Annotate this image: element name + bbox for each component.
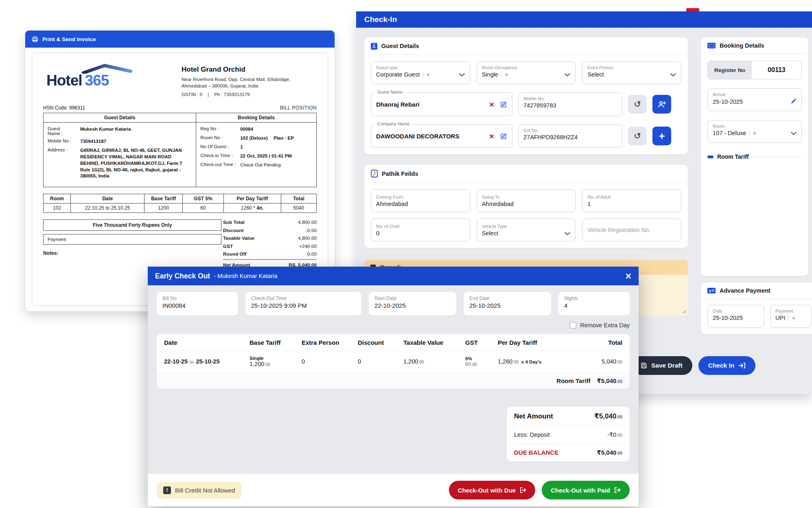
hotel-gstin: GSTIN : 0: [182, 92, 202, 97]
guest-type-clear-icon[interactable]: ×: [427, 72, 430, 78]
room-occupancy-clear-icon[interactable]: ×: [505, 72, 508, 78]
mobile-no-value: 7427859783: [523, 102, 556, 109]
checkout-with-paid-button[interactable]: Check-Out with Paid: [542, 481, 630, 499]
no-of-guest-label: No Of Guest :: [200, 144, 240, 151]
guest-booking-table: Guest Details Guest Name : Mukesh Kumar …: [43, 113, 317, 187]
going-to-field[interactable]: Going To Ahmedabad: [477, 189, 576, 212]
room-clear-icon[interactable]: ×: [753, 130, 756, 136]
guest-address-value: GIRIRAJ, GIRIRAJ, BL NO-46, GEET, GUNJAN…: [80, 147, 192, 180]
due-balance-value: ₹5,040.00: [597, 449, 622, 456]
payment-mode-select[interactable]: Payment UPI ×: [770, 305, 812, 328]
person-add-icon: [657, 100, 666, 108]
save-icon: [641, 362, 647, 369]
bill-no-field[interactable]: Bill No IN00084: [157, 292, 238, 315]
end-date-field[interactable]: End Date 25-10-2025: [464, 292, 551, 315]
col-perday: Per Day Tariff: [223, 194, 281, 204]
cell-total: 5040: [281, 204, 316, 213]
nights-field[interactable]: Nights 4: [558, 292, 630, 315]
checkout-time-field[interactable]: Check-Out Time 25-10-2025 9:09 PM: [245, 292, 361, 315]
booking-card-title: Booking Details: [720, 42, 764, 49]
add-guest-button[interactable]: [652, 95, 671, 114]
start-date-field[interactable]: Start Date 22-10-2025: [369, 292, 456, 315]
guest-name-edit-icon[interactable]: [500, 101, 507, 108]
advance-payment-title: Advance Payment: [720, 287, 770, 294]
hotel-address-line2: Ahmedabad – 380006, Gujarat, India: [182, 83, 317, 89]
hotel365-logo: Hotel 365: [46, 64, 109, 96]
room-select[interactable]: Room 107 - Deluxe ×: [707, 120, 802, 143]
cell-perday: 1260 * 4n.: [223, 204, 281, 213]
due-balance-label: DUE BALANCE: [514, 449, 558, 456]
guest-details-card: Guest Details Guest type Corporate Guest…: [364, 37, 688, 154]
vehicle-registration-input[interactable]: Vehicle Registration No.: [582, 219, 681, 241]
gst-value: +240.00: [299, 243, 317, 249]
booking-details-header: Booking Details: [196, 113, 316, 123]
no-of-adult-field[interactable]: No. of Adult 1: [582, 189, 681, 212]
advance-date-field[interactable]: Date 25-10-2025: [707, 305, 764, 328]
check-in-button[interactable]: Check In: [698, 356, 756, 375]
col-base: Base Tariff: [144, 194, 183, 204]
modal-guest-name: - Mukesh Kumar Kataria: [214, 273, 277, 279]
room-no-value: 102 (Deluxe): [240, 135, 268, 142]
discount-value: -0.00: [306, 228, 317, 233]
mobile-no-field[interactable]: Mobile No. 7427859783: [518, 92, 622, 116]
col-date: Date: [71, 194, 144, 204]
red-badge-fragment: [686, 8, 699, 11]
pencil-icon[interactable]: [790, 98, 797, 105]
guest-mobile-label: Mobile No :: [48, 138, 80, 145]
svg-text:$: $: [709, 289, 711, 293]
close-icon[interactable]: ×: [625, 271, 631, 281]
modal-titlebar: Early Check Out - Mukesh Kumar Kataria ×: [148, 267, 639, 285]
extra-person-value: Select: [587, 71, 604, 78]
reg-no-value: 00084: [240, 126, 253, 133]
extra-person-select[interactable]: Extra Person Select: [582, 61, 681, 84]
guest-history-button[interactable]: ↺: [628, 95, 647, 114]
coming-from-field[interactable]: Coming From Ahmedabad: [371, 189, 470, 212]
checkout-time-value: Check Out Pending: [240, 162, 281, 169]
checkin-header-bar: Check-In: [356, 11, 812, 28]
invoice-titlebar: Print & Send Invoice: [25, 31, 335, 48]
checkout-with-due-button[interactable]: Check-Out with Due: [449, 481, 536, 499]
room-value: 107 - Deluxe: [713, 130, 746, 136]
vehicle-type-select[interactable]: Vehicle Type Select: [477, 219, 576, 241]
remove-extra-day-checkbox[interactable]: [570, 322, 576, 328]
company-edit-icon[interactable]: [500, 133, 507, 140]
company-history-button[interactable]: ↺: [628, 127, 647, 145]
resize-handle-icon[interactable]: [682, 308, 686, 315]
roundoff-value: 0.00: [307, 251, 317, 257]
guest-name-clear-icon[interactable]: ×: [489, 100, 494, 109]
col-gst: GST 5%: [183, 194, 224, 204]
discount-label: Discount: [223, 228, 243, 233]
arrival-field[interactable]: Arrival 25-10-2025: [707, 88, 802, 111]
advance-payment-card: $ Advance Payment Date 25-10-2025 Paymen…: [701, 282, 812, 334]
pathik-card-title: Pathik Feilds: [382, 171, 418, 177]
guest-name-field[interactable]: Guest Name Dhanraj Rebari ×: [371, 92, 512, 116]
guest-details-header: Guest Details: [44, 113, 196, 123]
advance-date-value: 25-10-2025: [713, 315, 743, 321]
register-no-value[interactable]: 00113: [752, 61, 801, 79]
save-draft-button[interactable]: Save Draft: [631, 356, 692, 375]
chevron-down-icon: [459, 71, 465, 78]
room-occupancy-select[interactable]: Room Occupancy Single ×: [477, 61, 576, 84]
alert-icon: !: [163, 486, 171, 494]
printer-icon: [32, 36, 38, 42]
add-company-button[interactable]: +: [652, 127, 671, 145]
company-clear-icon[interactable]: ×: [489, 132, 494, 140]
logo-roof-icon: [81, 64, 133, 75]
gst-no-field[interactable]: Gst No. 27AFHPD9268H2Z4: [518, 124, 622, 148]
going-to-value: Ahmedabad: [482, 201, 514, 207]
net-amount-label: Net Amount: [514, 412, 553, 420]
company-name-field[interactable]: Company Name DAWOODANI DECORATORS ×: [371, 124, 512, 148]
payment-clear-icon[interactable]: ×: [792, 315, 795, 321]
no-of-adult-value: 1: [587, 201, 591, 207]
end-date-value: 25-10-2025: [469, 302, 545, 309]
no-of-child-field[interactable]: No. of Child 0: [371, 219, 470, 241]
money-icon: $: [707, 288, 716, 293]
history-icon: ↺: [634, 131, 641, 141]
less-deposit-label: Less: Deposit: [514, 431, 550, 438]
col-room: Room: [44, 194, 71, 204]
guest-type-select[interactable]: Guest type Corporate Guest ×: [371, 61, 470, 84]
guest-name-value: Dhanraj Rebari: [376, 101, 420, 108]
hotel-name: Hotel Grand Orchid: [182, 66, 317, 74]
early-checkout-modal: Early Check Out - Mukesh Kumar Kataria ×…: [148, 267, 639, 506]
coming-from-value: Ahmedabad: [376, 201, 408, 207]
